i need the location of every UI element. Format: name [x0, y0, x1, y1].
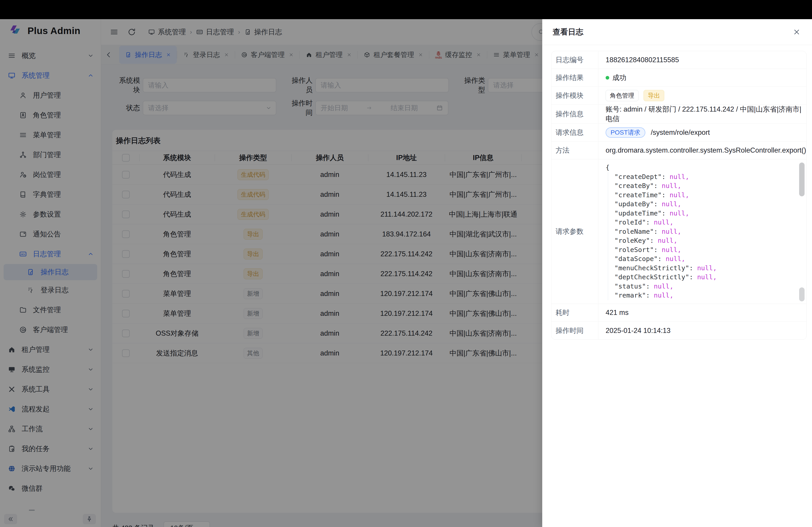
json-key: "createDept": [614, 173, 669, 181]
json-line: "roleKey": null, [614, 236, 717, 245]
json-null: null, [666, 255, 685, 262]
json-line: "status": null, [614, 282, 717, 291]
json-line: { [606, 163, 717, 172]
detail-value: 账号: admin / 研发部门 / 222.175.114.242 / 中国|… [598, 105, 806, 123]
json-null: null, [662, 246, 681, 254]
detail-row-日志编号: 日志编号1882612840802115585 [551, 51, 806, 69]
detail-row-操作结果: 操作结果成功 [551, 69, 806, 87]
app-shell: Plus Admin 概览系统管理用户管理角色管理菜单管理部门管理岗位管理字典管… [0, 19, 812, 527]
json-key: "remark": [614, 291, 654, 299]
detail-label: 耗时 [551, 304, 598, 321]
module-badge: 导出 [643, 90, 664, 101]
drawer-title: 查看日志 [553, 27, 583, 37]
detail-row-请求参数: 请求参数{"createDept": null,"createBy": null… [551, 160, 806, 304]
json-key: "deptCheckStrictly": [614, 273, 697, 281]
json-line: "deptCheckStrictly": null, [614, 272, 717, 282]
drawer-header: 查看日志 [542, 19, 812, 45]
detail-value: POST请求/system/role/export [598, 124, 806, 141]
detail-value: 成功 [598, 69, 806, 87]
detail-label: 操作结果 [551, 69, 598, 87]
json-null: null, [669, 173, 689, 181]
close-icon[interactable] [793, 28, 801, 36]
detail-label: 操作模块 [551, 87, 598, 104]
detail-value: 421 ms [598, 304, 806, 321]
json-line: "roleName": null, [614, 227, 717, 236]
json-key: "status": [614, 283, 654, 290]
json-indented-block: "createDept": null,"createBy": null,"cre… [608, 172, 717, 300]
json-null: null, [669, 191, 689, 199]
detail-label: 操作信息 [551, 105, 598, 123]
detail-row-操作信息: 操作信息账号: admin / 研发部门 / 222.175.114.242 /… [551, 105, 806, 124]
json-line: "updateTime": null, [614, 209, 717, 218]
view-log-drawer: 查看日志 日志编号1882612840802115585操作结果成功操作模块角色… [542, 19, 812, 527]
detail-row-请求信息: 请求信息POST请求/system/role/export [551, 124, 806, 141]
json-null: null, [658, 237, 677, 244]
json-line: "createDept": null, [614, 172, 717, 181]
json-null: null, [654, 291, 673, 299]
json-key: "updateTime": [614, 209, 669, 217]
detail-label: 请求信息 [551, 124, 598, 141]
json-line: "createBy": null, [614, 181, 717, 191]
json-null: null, [669, 209, 689, 217]
json-key: "roleSort": [614, 246, 662, 254]
json-line: "roleId": null, [614, 218, 717, 227]
json-null: null, [662, 228, 681, 235]
status-dot [606, 76, 609, 79]
json-line: "updateBy": null, [614, 199, 717, 209]
json-null: null, [654, 219, 673, 226]
json-key: "updateBy": [614, 200, 662, 208]
json-null: null, [662, 182, 681, 190]
json-key: "roleName": [614, 228, 662, 235]
module-badge: 角色管理 [606, 90, 639, 101]
detail-row-操作时间: 操作时间2025-01-24 10:14:13 [551, 322, 806, 340]
detail-value: 1882612840802115585 [598, 51, 806, 69]
detail-label: 操作时间 [551, 322, 598, 340]
detail-value: org.dromara.system.controller.system.Sys… [598, 141, 806, 159]
json-key: "roleId": [614, 219, 654, 226]
detail-row-操作模块: 操作模块角色管理导出 [551, 87, 806, 105]
status-text: 成功 [612, 73, 626, 82]
request-params-json[interactable]: {"createDept": null,"createBy": null,"cr… [598, 160, 806, 304]
json-line: "createTime": null, [614, 191, 717, 200]
json-null: null, [697, 273, 717, 281]
detail-label: 日志编号 [551, 51, 598, 69]
json-key: "createTime": [614, 191, 669, 199]
detail-value: 角色管理导出 [598, 87, 806, 104]
request-path: /system/role/export [651, 129, 710, 137]
json-null: null, [697, 264, 717, 272]
json-key: "dataScope": [614, 255, 666, 262]
detail-row-方法: 方法org.dromara.system.controller.system.S… [551, 141, 806, 160]
json-key: "createBy": [614, 182, 662, 190]
detail-label: 方法 [551, 141, 598, 159]
os-top-bar [0, 0, 812, 19]
json-code: {"createDept": null,"createBy": null,"cr… [606, 163, 717, 300]
detail-row-耗时: 耗时421 ms [551, 304, 806, 322]
log-detail-table: 日志编号1882612840802115585操作结果成功操作模块角色管理导出操… [551, 51, 807, 340]
json-key: "roleKey": [614, 237, 658, 244]
json-null: null, [662, 200, 681, 208]
json-scrollbar-thumb[interactable] [799, 163, 804, 196]
json-line: "menuCheckStrictly": null, [614, 264, 717, 273]
json-key: "menuCheckStrictly": [614, 264, 697, 272]
request-method-badge: POST请求 [606, 127, 645, 138]
json-line: "dataScope": null, [614, 254, 717, 264]
detail-value: 2025-01-24 10:14:13 [598, 322, 806, 340]
json-null: null, [654, 283, 673, 290]
json-scrollbar-thumb-bottom[interactable] [799, 287, 804, 301]
detail-label: 请求参数 [551, 160, 598, 304]
json-line: "remark": null, [614, 291, 717, 300]
json-line: "roleSort": null, [614, 245, 717, 255]
